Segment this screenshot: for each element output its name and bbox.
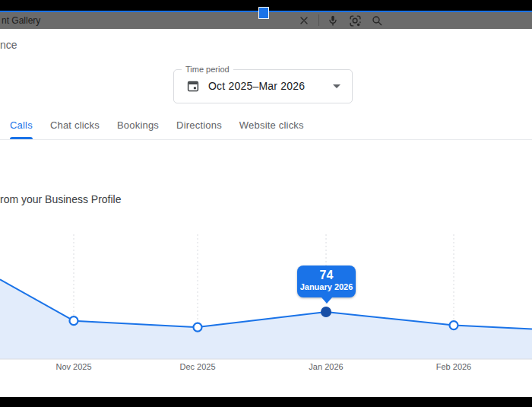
tooltip-pointer <box>321 297 332 304</box>
data-point[interactable] <box>194 323 202 332</box>
page-title-fragment: nce <box>0 39 17 51</box>
tooltip-value: 74 <box>297 269 356 282</box>
time-period-value: Oct 2025–Mar 2026 <box>208 70 305 103</box>
x-axis-label-jan: Jan 2026 <box>296 362 356 371</box>
microphone-icon[interactable] <box>327 14 339 27</box>
tabs-divider <box>0 139 532 140</box>
searchbar-divider <box>318 14 319 26</box>
search-icon[interactable] <box>371 14 383 27</box>
data-point[interactable] <box>450 321 458 329</box>
clear-search-icon[interactable] <box>298 14 310 27</box>
metric-tabs: Calls Chat clicks Bookings Directions We… <box>10 116 304 139</box>
time-period-select[interactable]: Time period Oct 2025–Mar 2026 <box>173 69 353 103</box>
calls-line-chart[interactable] <box>0 228 532 373</box>
x-axis-label-nov: Nov 2025 <box>43 362 104 371</box>
calendar-icon <box>186 79 200 93</box>
x-axis-label-feb: Feb 2026 <box>423 362 484 371</box>
tooltip-label: January 2026 <box>297 282 356 292</box>
data-point-selected[interactable] <box>321 307 331 317</box>
chart-title-fragment: rom your Business Profile <box>0 193 122 205</box>
dropdown-arrow-icon <box>333 84 340 88</box>
bottom-black-bar <box>0 397 532 407</box>
tab-chat-clicks[interactable]: Chat clicks <box>50 116 100 139</box>
tab-directions[interactable]: Directions <box>176 116 222 139</box>
google-lens-icon[interactable] <box>349 14 361 27</box>
screenshot-root: nt Gallery <box>0 0 532 407</box>
tab-bookings[interactable]: Bookings <box>117 116 159 139</box>
chart-tooltip: 74 January 2026 <box>297 266 356 297</box>
tab-calls[interactable]: Calls <box>10 116 33 139</box>
tab-website-clicks[interactable]: Website clicks <box>239 116 304 139</box>
x-axis-label-dec: Dec 2025 <box>167 362 228 371</box>
search-query-text[interactable]: nt Gallery <box>2 12 40 29</box>
selection-drag-handle[interactable] <box>258 7 269 19</box>
data-point[interactable] <box>70 316 78 325</box>
